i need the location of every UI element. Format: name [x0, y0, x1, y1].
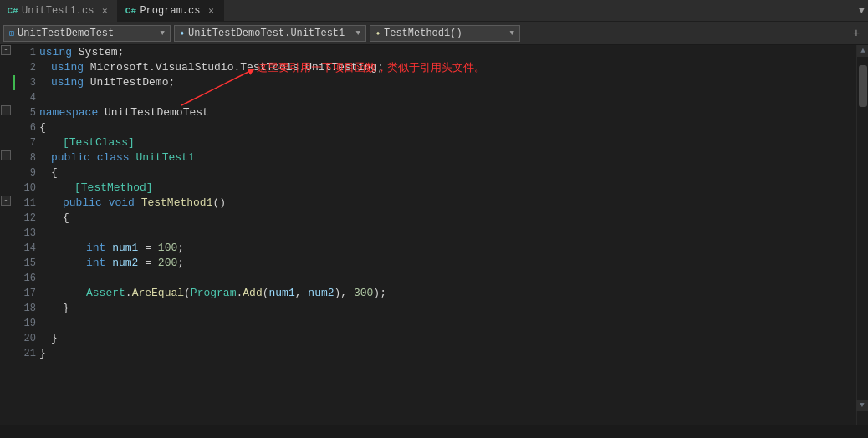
- tab-program-close[interactable]: ✕: [205, 5, 217, 17]
- line-number-1: 1: [16, 45, 36, 60]
- expand-gutter: - - - -: [0, 45, 12, 425]
- tab-unittest1[interactable]: C# UnitTest1.cs ✕: [0, 0, 118, 22]
- code-line-15: int num2 = 200;: [39, 256, 856, 271]
- bottom-status-bar: [0, 425, 868, 438]
- code-line-10: [TestMethod]: [39, 181, 856, 196]
- code-line-4: [39, 90, 856, 105]
- class-dropdown[interactable]: ⊞ UnitTestDemoTest ▼: [3, 25, 171, 42]
- method-dropdown1-chevron: ▼: [356, 29, 360, 38]
- line-number-17: 17: [16, 286, 36, 301]
- line-number-15: 15: [16, 256, 36, 271]
- code-editor[interactable]: using System;using Microsoft.VisualStudi…: [39, 45, 856, 425]
- expand-btn-8[interactable]: -: [1, 150, 11, 160]
- code-line-2: using Microsoft.VisualStudio.TestTools.U…: [39, 60, 856, 75]
- method-dropdown1[interactable]: ⬧ UnitTestDemoTest.UnitTest1 ▼: [174, 25, 366, 42]
- method-dropdown1-label: UnitTestDemoTest.UnitTest1: [188, 28, 345, 39]
- tab-unittest1-close[interactable]: ✕: [99, 5, 110, 17]
- code-line-6: {: [39, 120, 856, 135]
- line-number-2: 2: [16, 60, 36, 75]
- tab-bar: C# UnitTest1.cs ✕ C# Program.cs ✕ ▼: [0, 0, 868, 22]
- code-line-9: {: [39, 166, 856, 181]
- line-number-8: 8: [16, 150, 36, 166]
- tab-unittest1-label: UnitTest1.cs: [22, 5, 94, 17]
- code-line-12: {: [39, 211, 856, 226]
- line-number-19: 19: [16, 316, 36, 331]
- expand-btn-1[interactable]: -: [1, 45, 11, 55]
- code-line-20: }: [39, 331, 856, 346]
- scrollbar-down-btn[interactable]: ▼: [856, 400, 868, 411]
- line-numbers: 123456789101112131415161718192021: [16, 45, 39, 425]
- scrollbar-thumb[interactable]: [859, 65, 867, 107]
- code-line-3: using UnitTestDemo;: [39, 75, 856, 90]
- line-number-14: 14: [16, 241, 36, 256]
- line-number-10: 10: [16, 181, 36, 196]
- code-line-8: public class UnitTest1: [39, 150, 856, 166]
- vertical-scrollbar[interactable]: ▲ ▼: [856, 45, 868, 425]
- line-number-18: 18: [16, 301, 36, 316]
- line-number-11: 11: [16, 196, 36, 211]
- method-icon1: ⬧: [180, 28, 185, 38]
- line-number-16: 16: [16, 271, 36, 286]
- scrollbar-track: [857, 57, 868, 425]
- editor-area: - - - - 12345678910111213141516171819202…: [0, 45, 868, 425]
- line-number-13: 13: [16, 226, 36, 241]
- nav-expand-btn[interactable]: +: [848, 25, 865, 42]
- line-number-12: 12: [16, 211, 36, 226]
- expand-btn-5[interactable]: -: [1, 105, 11, 115]
- expand-btn-11[interactable]: -: [1, 196, 11, 206]
- line-number-9: 9: [16, 166, 36, 181]
- line-number-20: 20: [16, 331, 36, 346]
- code-line-14: int num1 = 100;: [39, 241, 856, 256]
- method-dropdown2[interactable]: ⬥ TestMethod1() ▼: [370, 25, 520, 42]
- code-line-16: [39, 271, 856, 286]
- method-dropdown2-label: TestMethod1(): [384, 28, 462, 39]
- tab-program-label: Program.cs: [140, 5, 200, 17]
- code-line-17: Assert.AreEqual(Program.Add(num1, num2),…: [39, 286, 856, 301]
- green-gutter: [12, 45, 16, 425]
- tab-program[interactable]: C# Program.cs ✕: [118, 0, 224, 22]
- line-number-21: 21: [16, 346, 36, 361]
- class-dropdown-label: UnitTestDemoTest: [18, 28, 114, 39]
- code-line-5: namespace UnitTestDemoTest: [39, 105, 856, 120]
- class-dropdown-chevron: ▼: [161, 29, 165, 38]
- line-number-5: 5: [16, 105, 36, 120]
- class-icon: ⊞: [9, 28, 14, 38]
- code-line-19: [39, 316, 856, 331]
- code-line-13: [39, 226, 856, 241]
- tab-scroll-right[interactable]: ▼: [855, 5, 868, 17]
- line-number-7: 7: [16, 135, 36, 150]
- line-number-3: 3: [16, 75, 36, 90]
- cs-file-icon-2: C#: [125, 5, 136, 17]
- green-indicator-3: [13, 75, 15, 90]
- code-line-1: using System;: [39, 45, 856, 60]
- method-dropdown2-chevron: ▼: [510, 29, 514, 38]
- line-number-6: 6: [16, 120, 36, 135]
- line-number-4: 4: [16, 90, 36, 105]
- code-line-7: [TestClass]: [39, 135, 856, 150]
- cs-file-icon: C#: [7, 5, 18, 17]
- code-line-21: }: [39, 346, 856, 361]
- scrollbar-up-btn[interactable]: ▲: [857, 45, 868, 57]
- method-icon2: ⬥: [375, 28, 380, 38]
- code-line-11: public void TestMethod1(): [39, 196, 856, 211]
- nav-bar: ⊞ UnitTestDemoTest ▼ ⬧ UnitTestDemoTest.…: [0, 22, 868, 45]
- code-line-18: }: [39, 301, 856, 316]
